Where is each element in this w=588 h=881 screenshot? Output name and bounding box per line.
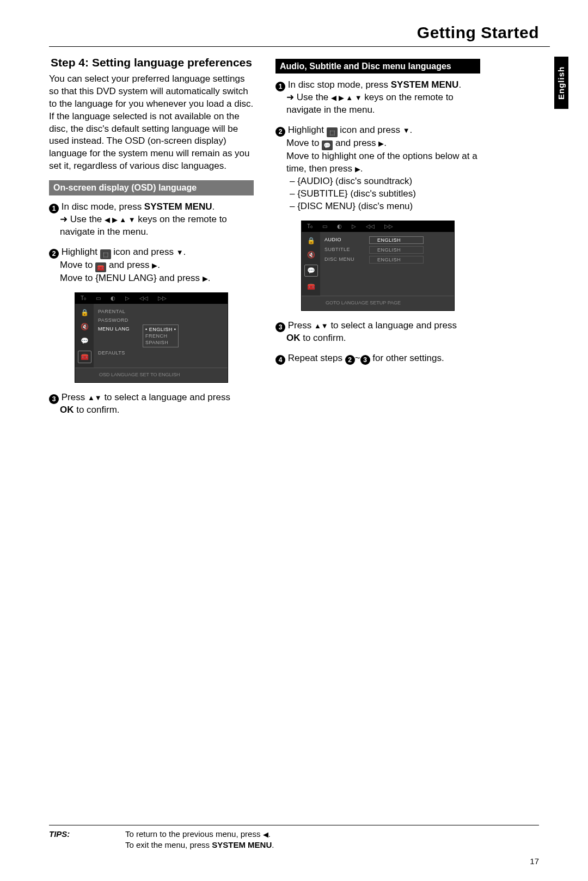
step-number-3-icon: 3 xyxy=(275,322,285,332)
tips-label: TIPS: xyxy=(49,829,125,851)
audio-step-1: 1 In disc stop mode, press SYSTEM MENU. … xyxy=(275,79,480,117)
setup-icon: ⬚ xyxy=(100,249,111,259)
audio-step-3: 3 Press ▲▼ to select a language and pres… xyxy=(275,320,480,345)
down-triangle-icon: ▼ xyxy=(403,126,410,134)
step-heading: Step 4: Setting language preferences xyxy=(49,56,254,70)
language-menu-screenshot: T₀▭◐▷◁◁▷▷ 🔒🔇💬🧰 AUDIOENGLISH SUBTITLEENGL… xyxy=(301,221,455,311)
header: Getting Started xyxy=(49,22,550,47)
step-number-2-icon: 2 xyxy=(275,127,285,137)
audio-step-2: 2 Highlight ⬚ icon and press ▼. Move to … xyxy=(275,124,480,213)
step-number-3-icon: 3 xyxy=(49,394,59,404)
speech-icon: 💬 xyxy=(322,140,333,150)
step-number-4-icon: 4 xyxy=(275,355,285,365)
section-osd: On-screen display (OSD) language xyxy=(49,180,254,195)
setup-icon: ⬚ xyxy=(327,127,338,137)
tips-text: To return to the previous menu, press ◀.… xyxy=(125,829,274,851)
section-audio: Audio, Subtitle and Disc menu languages xyxy=(275,59,480,74)
step-number-2-icon: 2 xyxy=(49,249,59,259)
ref-step-3-icon: 3 xyxy=(360,355,370,365)
step-number-1-icon: 1 xyxy=(275,82,285,91)
intro-paragraph: You can select your preferred language s… xyxy=(49,73,254,173)
osd-step-2: 2 Highlight ⬚ icon and press ▼. Move to … xyxy=(49,246,254,285)
nav-keys-icon: ◀ ▶ ▲ ▼ xyxy=(105,216,136,224)
page-number: 17 xyxy=(530,856,539,867)
right-column: Audio, Subtitle and Disc menu languages … xyxy=(275,54,480,424)
audio-step-4: 4 Repeat steps 2~3 for other settings. xyxy=(275,352,480,365)
osd-step-3: 3 Press ▲▼ to select a language and pres… xyxy=(49,391,254,417)
language-tab: English xyxy=(554,57,568,109)
up-down-triangle-icon: ▲▼ xyxy=(314,322,328,330)
page-title: Getting Started xyxy=(417,23,539,41)
arrow-right-icon: ➜ xyxy=(60,214,70,224)
down-triangle-icon: ▼ xyxy=(176,248,183,256)
right-triangle-icon: ▶ xyxy=(203,274,208,283)
tips-footer: TIPS: To return to the previous menu, pr… xyxy=(49,825,539,851)
left-triangle-icon: ◀ xyxy=(263,830,268,839)
speech-tab-icon: 💬 xyxy=(304,265,318,277)
right-triangle-icon: ▶ xyxy=(378,139,384,148)
left-column: Step 4: Setting language preferences You… xyxy=(49,54,254,424)
arrow-right-icon: ➜ xyxy=(286,92,297,102)
right-triangle-icon: ▶ xyxy=(152,261,157,270)
osd-menu-screenshot: T₀▭◐▷◁◁▷▷ 🔒🔇💬🧰 PARENTAL PASSWORD MENU LA… xyxy=(75,292,228,383)
toolbox-tab-icon: 🧰 xyxy=(78,351,91,363)
toolbox-icon: 🧰 xyxy=(95,262,106,272)
osd-step-1: 1 In disc mode, press SYSTEM MENU. ➜ Use… xyxy=(49,201,254,238)
up-down-triangle-icon: ▲▼ xyxy=(88,394,102,402)
ref-step-2-icon: 2 xyxy=(345,355,355,365)
right-triangle-icon: ▶ xyxy=(355,165,360,173)
nav-keys-icon: ◀ ▶ ▲ ▼ xyxy=(331,94,362,102)
step-number-1-icon: 1 xyxy=(49,204,59,213)
